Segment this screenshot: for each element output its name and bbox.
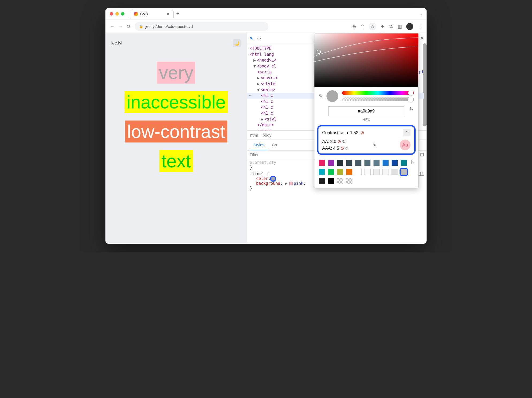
zoom-icon[interactable]: ⊕ [352, 24, 356, 29]
close-devtools-icon[interactable]: ✕ [420, 36, 424, 41]
rendered-page: jec.fyi 🌙 very inaccessible low-contrast… [105, 33, 247, 244]
palette-swatch[interactable] [346, 178, 352, 184]
palette-swatch[interactable] [337, 160, 343, 166]
minimize-window-button[interactable] [115, 12, 119, 16]
bg-swatch[interactable] [289, 182, 293, 185]
dark-mode-toggle[interactable]: 🌙 [233, 39, 241, 47]
palette-swatch[interactable] [346, 169, 352, 175]
labs-icon[interactable]: ⚗ [389, 24, 393, 29]
extensions-icon[interactable]: ✦ [381, 24, 385, 29]
palette-swatch[interactable] [401, 169, 407, 175]
inspect-icon[interactable]: ⬉ [250, 36, 253, 41]
bookmark-icon[interactable]: ☆ [369, 23, 376, 30]
palette-swatch[interactable] [328, 169, 334, 175]
url-input[interactable]: 🔒 jec.fyi/demo/cds-quest-cvd [135, 22, 268, 31]
palette-swatch[interactable] [337, 178, 343, 184]
palette-swatch[interactable] [373, 169, 380, 175]
format-toggle-icon[interactable]: ⇅ [409, 106, 413, 111]
browser-tab[interactable]: CVD ✕ [130, 10, 174, 18]
palette-swatch[interactable] [382, 160, 389, 166]
menu-icon[interactable]: ⋮ [417, 24, 422, 29]
devtools-panel: ⬉ ▭ ⚙ ⋮ ✕ <!DOCTYPE <html lang ▶<head>…<… [247, 33, 427, 244]
tabs-dropdown-icon[interactable]: ⌄ [419, 11, 422, 16]
color-palette: ⇅ [314, 157, 418, 188]
aaa-fail-icon: ⊘ [340, 146, 344, 151]
tab-title: CVD [140, 12, 148, 16]
reload-button[interactable]: ⟳ [127, 24, 131, 29]
alpha-slider[interactable] [342, 97, 414, 101]
palette-swatch[interactable] [364, 160, 371, 166]
computed-pane-icon[interactable]: ◫ [420, 152, 424, 157]
palette-swatch[interactable] [319, 178, 325, 184]
tab-computed[interactable]: Co [268, 140, 281, 150]
palette-swatch[interactable] [328, 160, 334, 166]
palette-swatch[interactable] [355, 160, 362, 166]
demo-line2: inaccessible [124, 91, 228, 113]
favicon [134, 12, 138, 16]
aa-fix-icon[interactable]: ↻ [342, 139, 345, 144]
bg-eyedropper-icon[interactable]: ✎ [372, 142, 376, 148]
palette-swatch[interactable] [373, 160, 380, 166]
palette-swatch[interactable] [337, 169, 343, 175]
palette-swatch[interactable] [401, 160, 407, 166]
new-tab-button[interactable]: + [176, 11, 180, 17]
palette-swatch[interactable] [392, 160, 398, 166]
aaa-fix-icon[interactable]: ↻ [345, 146, 348, 151]
palette-toggle-icon[interactable]: ⇅ [411, 160, 414, 165]
fail-icon: ⊘ [360, 130, 364, 135]
color-swatch[interactable] [271, 177, 275, 181]
traffic-lights [110, 12, 124, 16]
window-titlebar: CVD ✕ + ⌄ [105, 8, 427, 20]
collapse-icon[interactable]: ⌃ [403, 129, 411, 136]
saturation-field[interactable] [314, 33, 418, 87]
gradient-cursor[interactable] [317, 50, 321, 54]
forward-button[interactable]: → [118, 24, 123, 29]
share-icon[interactable]: ⇧ [360, 24, 364, 29]
eyedropper-icon[interactable]: ✎ [319, 93, 323, 99]
sidepanel-icon[interactable]: ▥ [397, 24, 402, 29]
color-picker: ✎ ⇅ HEX Contrast ratio 1.52 [314, 33, 419, 188]
palette-swatch[interactable] [382, 169, 389, 175]
address-bar: ← → ⟳ 🔒 jec.fyi/demo/cds-quest-cvd ⊕ ⇧ ☆… [105, 20, 427, 33]
palette-swatch[interactable] [355, 169, 362, 175]
palette-swatch[interactable] [364, 169, 371, 175]
palette-swatch[interactable] [319, 169, 325, 175]
lock-icon: 🔒 [139, 24, 143, 28]
hue-slider[interactable] [342, 91, 414, 95]
palette-swatch[interactable] [328, 178, 334, 184]
contrast-preview-badge: Aa [400, 140, 411, 150]
back-button[interactable]: ← [110, 24, 115, 29]
device-toolbar-icon[interactable]: ▭ [257, 36, 261, 41]
tab-styles[interactable]: Styles [250, 140, 268, 150]
browser-window: CVD ✕ + ⌄ ← → ⟳ 🔒 jec.fyi/demo/cds-quest… [105, 8, 427, 244]
palette-swatch[interactable] [392, 169, 398, 175]
close-window-button[interactable] [110, 12, 113, 16]
hex-input[interactable] [328, 106, 405, 116]
maximize-window-button[interactable] [121, 12, 124, 16]
close-tab-icon[interactable]: ✕ [166, 12, 170, 16]
demo-line4: text [159, 150, 193, 172]
demo-line1: very [157, 62, 195, 84]
content-area: jec.fyi 🌙 very inaccessible low-contrast… [105, 33, 427, 244]
palette-swatch[interactable] [319, 160, 325, 166]
contrast-section: Contrast ratio 1.52 ⊘ ⌃ AA: 3.0 ⊘ ↻ AAA:… [317, 125, 416, 155]
demo-line3: low-contrast [125, 121, 227, 142]
aa-fail-icon: ⊘ [337, 139, 341, 144]
color-preview [326, 90, 338, 102]
url-text: jec.fyi/demo/cds-quest-cvd [145, 24, 193, 29]
profile-avatar[interactable] [406, 23, 413, 30]
palette-swatch[interactable] [346, 160, 352, 166]
scrollbar[interactable] [423, 43, 427, 126]
demo-content: very inaccessible low-contrast text [111, 58, 241, 176]
site-label: jec.fyi [111, 41, 122, 46]
